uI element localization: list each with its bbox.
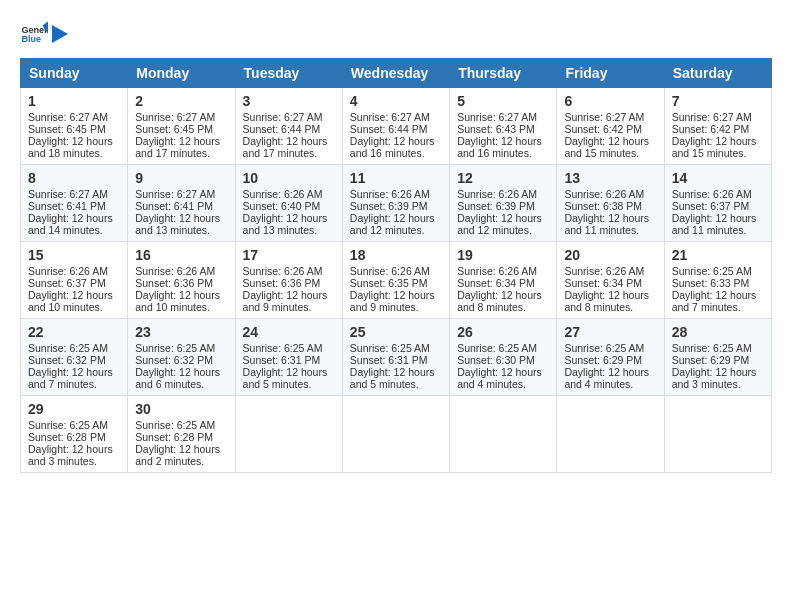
calendar-cell-w3-d5: 19Sunrise: 6:26 AMSunset: 6:34 PMDayligh…	[450, 242, 557, 319]
sunrise-text: Sunrise: 6:26 AM	[672, 188, 752, 200]
sunrise-text: Sunrise: 6:27 AM	[28, 188, 108, 200]
calendar-cell-w4-d2: 23Sunrise: 6:25 AMSunset: 6:32 PMDayligh…	[128, 319, 235, 396]
day-number: 30	[135, 401, 227, 417]
daylight-text: Daylight: 12 hours and 17 minutes.	[135, 135, 220, 159]
daylight-text: Daylight: 12 hours and 7 minutes.	[28, 366, 113, 390]
calendar-cell-w1-d5: 5Sunrise: 6:27 AMSunset: 6:43 PMDaylight…	[450, 88, 557, 165]
daylight-text: Daylight: 12 hours and 10 minutes.	[135, 289, 220, 313]
sunrise-text: Sunrise: 6:27 AM	[564, 111, 644, 123]
calendar-cell-w1-d4: 4Sunrise: 6:27 AMSunset: 6:44 PMDaylight…	[342, 88, 449, 165]
daylight-text: Daylight: 12 hours and 16 minutes.	[350, 135, 435, 159]
daylight-text: Daylight: 12 hours and 15 minutes.	[672, 135, 757, 159]
daylight-text: Daylight: 12 hours and 9 minutes.	[243, 289, 328, 313]
logo-icon: General Blue	[20, 20, 48, 48]
day-number: 21	[672, 247, 764, 263]
sunrise-text: Sunrise: 6:26 AM	[564, 188, 644, 200]
day-number: 11	[350, 170, 442, 186]
sunrise-text: Sunrise: 6:27 AM	[135, 188, 215, 200]
sunrise-text: Sunrise: 6:27 AM	[350, 111, 430, 123]
days-header-row: SundayMondayTuesdayWednesdayThursdayFrid…	[21, 59, 772, 88]
calendar-cell-w2-d4: 11Sunrise: 6:26 AMSunset: 6:39 PMDayligh…	[342, 165, 449, 242]
header: General Blue	[20, 20, 772, 48]
daylight-text: Daylight: 12 hours and 5 minutes.	[350, 366, 435, 390]
calendar-cell-w5-d4	[342, 396, 449, 473]
daylight-text: Daylight: 12 hours and 12 minutes.	[350, 212, 435, 236]
calendar-cell-w4-d5: 26Sunrise: 6:25 AMSunset: 6:30 PMDayligh…	[450, 319, 557, 396]
calendar-cell-w3-d1: 15Sunrise: 6:26 AMSunset: 6:37 PMDayligh…	[21, 242, 128, 319]
daylight-text: Daylight: 12 hours and 7 minutes.	[672, 289, 757, 313]
day-header-monday: Monday	[128, 59, 235, 88]
daylight-text: Daylight: 12 hours and 15 minutes.	[564, 135, 649, 159]
daylight-text: Daylight: 12 hours and 13 minutes.	[135, 212, 220, 236]
sunset-text: Sunset: 6:34 PM	[564, 277, 642, 289]
calendar-cell-w3-d7: 21Sunrise: 6:25 AMSunset: 6:33 PMDayligh…	[664, 242, 771, 319]
calendar-week-5: 29Sunrise: 6:25 AMSunset: 6:28 PMDayligh…	[21, 396, 772, 473]
sunset-text: Sunset: 6:39 PM	[457, 200, 535, 212]
sunrise-text: Sunrise: 6:26 AM	[457, 188, 537, 200]
calendar-week-1: 1Sunrise: 6:27 AMSunset: 6:45 PMDaylight…	[21, 88, 772, 165]
daylight-text: Daylight: 12 hours and 14 minutes.	[28, 212, 113, 236]
sunset-text: Sunset: 6:32 PM	[135, 354, 213, 366]
sunset-text: Sunset: 6:44 PM	[243, 123, 321, 135]
calendar-cell-w3-d2: 16Sunrise: 6:26 AMSunset: 6:36 PMDayligh…	[128, 242, 235, 319]
day-number: 27	[564, 324, 656, 340]
calendar-cell-w5-d1: 29Sunrise: 6:25 AMSunset: 6:28 PMDayligh…	[21, 396, 128, 473]
day-number: 10	[243, 170, 335, 186]
calendar-cell-w5-d2: 30Sunrise: 6:25 AMSunset: 6:28 PMDayligh…	[128, 396, 235, 473]
sunrise-text: Sunrise: 6:26 AM	[243, 188, 323, 200]
sunrise-text: Sunrise: 6:25 AM	[672, 265, 752, 277]
day-header-wednesday: Wednesday	[342, 59, 449, 88]
sunset-text: Sunset: 6:37 PM	[28, 277, 106, 289]
daylight-text: Daylight: 12 hours and 18 minutes.	[28, 135, 113, 159]
svg-marker-3	[52, 25, 68, 43]
sunset-text: Sunset: 6:31 PM	[243, 354, 321, 366]
calendar-week-3: 15Sunrise: 6:26 AMSunset: 6:37 PMDayligh…	[21, 242, 772, 319]
sunrise-text: Sunrise: 6:25 AM	[135, 419, 215, 431]
sunset-text: Sunset: 6:36 PM	[135, 277, 213, 289]
sunrise-text: Sunrise: 6:26 AM	[135, 265, 215, 277]
sunset-text: Sunset: 6:28 PM	[28, 431, 106, 443]
day-number: 29	[28, 401, 120, 417]
sunset-text: Sunset: 6:39 PM	[350, 200, 428, 212]
daylight-text: Daylight: 12 hours and 6 minutes.	[135, 366, 220, 390]
sunset-text: Sunset: 6:30 PM	[457, 354, 535, 366]
daylight-text: Daylight: 12 hours and 4 minutes.	[564, 366, 649, 390]
sunset-text: Sunset: 6:42 PM	[672, 123, 750, 135]
sunrise-text: Sunrise: 6:27 AM	[135, 111, 215, 123]
day-number: 15	[28, 247, 120, 263]
calendar-cell-w5-d5	[450, 396, 557, 473]
sunrise-text: Sunrise: 6:27 AM	[672, 111, 752, 123]
day-number: 26	[457, 324, 549, 340]
daylight-text: Daylight: 12 hours and 17 minutes.	[243, 135, 328, 159]
sunset-text: Sunset: 6:31 PM	[350, 354, 428, 366]
sunrise-text: Sunrise: 6:25 AM	[672, 342, 752, 354]
calendar-cell-w4-d7: 28Sunrise: 6:25 AMSunset: 6:29 PMDayligh…	[664, 319, 771, 396]
day-number: 24	[243, 324, 335, 340]
calendar-cell-w3-d4: 18Sunrise: 6:26 AMSunset: 6:35 PMDayligh…	[342, 242, 449, 319]
sunset-text: Sunset: 6:40 PM	[243, 200, 321, 212]
day-number: 6	[564, 93, 656, 109]
daylight-text: Daylight: 12 hours and 9 minutes.	[350, 289, 435, 313]
sunset-text: Sunset: 6:32 PM	[28, 354, 106, 366]
day-number: 17	[243, 247, 335, 263]
sunrise-text: Sunrise: 6:27 AM	[28, 111, 108, 123]
logo: General Blue	[20, 20, 68, 48]
sunrise-text: Sunrise: 6:26 AM	[28, 265, 108, 277]
sunrise-text: Sunrise: 6:25 AM	[135, 342, 215, 354]
sunset-text: Sunset: 6:36 PM	[243, 277, 321, 289]
daylight-text: Daylight: 12 hours and 2 minutes.	[135, 443, 220, 467]
calendar-cell-w1-d3: 3Sunrise: 6:27 AMSunset: 6:44 PMDaylight…	[235, 88, 342, 165]
sunrise-text: Sunrise: 6:25 AM	[28, 419, 108, 431]
calendar-cell-w1-d6: 6Sunrise: 6:27 AMSunset: 6:42 PMDaylight…	[557, 88, 664, 165]
daylight-text: Daylight: 12 hours and 3 minutes.	[672, 366, 757, 390]
day-number: 18	[350, 247, 442, 263]
calendar-cell-w2-d1: 8Sunrise: 6:27 AMSunset: 6:41 PMDaylight…	[21, 165, 128, 242]
calendar-cell-w2-d6: 13Sunrise: 6:26 AMSunset: 6:38 PMDayligh…	[557, 165, 664, 242]
sunrise-text: Sunrise: 6:27 AM	[457, 111, 537, 123]
calendar-cell-w5-d3	[235, 396, 342, 473]
calendar-cell-w3-d3: 17Sunrise: 6:26 AMSunset: 6:36 PMDayligh…	[235, 242, 342, 319]
sunrise-text: Sunrise: 6:26 AM	[564, 265, 644, 277]
day-number: 8	[28, 170, 120, 186]
daylight-text: Daylight: 12 hours and 10 minutes.	[28, 289, 113, 313]
sunset-text: Sunset: 6:42 PM	[564, 123, 642, 135]
